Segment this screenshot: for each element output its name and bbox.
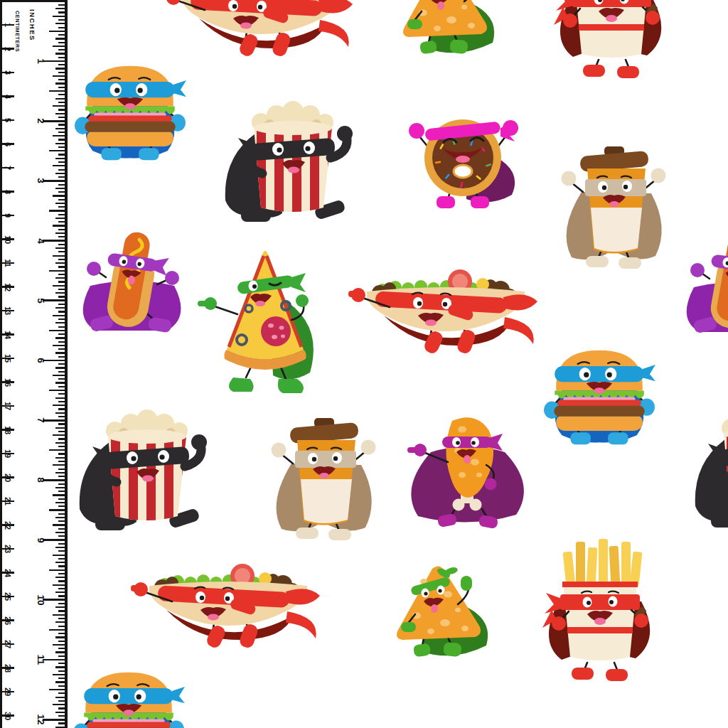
- ruler-inch-subtick: [58, 498, 65, 500]
- ruler-inch-subtick: [58, 573, 65, 574]
- fries-character-art: [543, 0, 680, 78]
- ruler-inch-subtick: [58, 655, 65, 657]
- ruler-inch-subtick: [49, 330, 65, 331]
- ruler-inch-subtick: [55, 562, 65, 563]
- ruler-cm-number: 18: [4, 425, 12, 434]
- ruler-inch-subtick: [58, 700, 65, 702]
- ruler-inch-subtick: [53, 524, 65, 525]
- hotdog-character-art: [677, 229, 728, 337]
- fabric-pattern: [0, 0, 728, 728]
- ruler-inch-number: 7: [36, 417, 46, 423]
- ruler-inch-subtick: [58, 206, 65, 208]
- ruler-inch-subtick: [55, 487, 65, 488]
- ruler-inch-subtick: [58, 565, 65, 567]
- ruler-inch-subtick: [55, 727, 65, 728]
- ruler-inch-subtick: [58, 648, 65, 649]
- ruler-inch-subtick: [58, 618, 65, 619]
- ruler-inch-subtick: [58, 722, 65, 724]
- ruler-inch-number: 5: [36, 298, 46, 304]
- ruler-inch-subtick: [55, 68, 65, 69]
- character-popcorn-2: [71, 395, 222, 537]
- ruler-inch-subtick: [58, 685, 65, 687]
- ruler-cm-number: 26: [4, 616, 12, 624]
- ruler-inch-subtick: [58, 595, 65, 596]
- ruler-cm-number: 15: [4, 354, 12, 363]
- ruler-inch-subtick: [55, 697, 65, 698]
- ruler-inch-subtick: [58, 535, 65, 537]
- ruler-inch-subtick: [53, 16, 65, 17]
- ruler-inch-subtick: [58, 124, 65, 125]
- ruler-inch-subtick: [58, 64, 65, 65]
- ruler-inch-subtick: [58, 641, 65, 642]
- ruler-inch-subtick: [58, 670, 65, 672]
- ruler-inch-subtick: [58, 588, 65, 589]
- ruler-inch-subtick: [58, 191, 65, 193]
- ruler-inch-subtick: [55, 218, 65, 219]
- burger-character-art: [73, 58, 188, 164]
- ruler-inch-subtick: [55, 517, 65, 518]
- ruler-inch-subtick: [49, 509, 65, 510]
- ruler-inch-subtick: [58, 348, 65, 350]
- ruler-inch-subtick: [49, 90, 65, 92]
- ruler-cm-number: 16: [4, 378, 12, 386]
- ruler-inch-subtick: [58, 633, 65, 634]
- ruler-right-edge: [65, 2, 68, 728]
- ruler-inch-subtick: [58, 386, 65, 387]
- ruler-inch-subtick: [58, 214, 65, 215]
- ruler-inch-subtick: [58, 461, 65, 462]
- ruler-cm-number: 6: [4, 141, 12, 146]
- ruler-inch-subtick: [55, 262, 65, 264]
- ruler-inch-number: 10: [36, 594, 46, 605]
- burger-character-art: [71, 665, 186, 728]
- ruler-inch-subtick: [55, 322, 65, 323]
- ruler-inch-subtick: [58, 469, 65, 470]
- ruler-inch-subtick: [55, 158, 65, 159]
- popcorn-character-art: [71, 395, 222, 537]
- ruler-inch-subtick: [58, 371, 65, 373]
- ruler-cm-number: 11: [4, 259, 12, 267]
- ruler-inch-subtick: [58, 139, 65, 140]
- ruler-inch-subtick: [53, 704, 65, 705]
- ruler-inch-subtick: [55, 592, 65, 593]
- ruler-inch-subtick: [49, 629, 65, 631]
- ruler-inch-subtick: [55, 113, 65, 114]
- ruler-inch-subtick: [58, 356, 65, 358]
- ruler-cm-number: 13: [4, 306, 12, 315]
- ruler-inch-subtick: [55, 352, 65, 353]
- donut-character-art: [397, 101, 529, 209]
- ruler-inch-subtick: [58, 401, 65, 402]
- ruler-inch-subtick: [58, 438, 65, 439]
- ruler-inch-subtick: [58, 244, 65, 245]
- ruler-inch-subtick: [53, 555, 65, 556]
- ruler-inch-subtick: [53, 315, 65, 316]
- ruler-inch-subtick: [58, 281, 65, 282]
- ruler-inch-subtick: [55, 98, 65, 100]
- ruler-cm-number: 4: [4, 94, 12, 98]
- ruler-inch-subtick: [53, 105, 65, 107]
- ruler-inch-subtick: [58, 161, 65, 163]
- coffee-character-art: [262, 414, 384, 543]
- ruler-inch-subtick: [58, 393, 65, 395]
- character-popcorn-right-partial: [687, 392, 728, 535]
- ruler-inch-number: 1: [36, 58, 46, 64]
- pizza-character-art: [196, 246, 336, 395]
- ruler-inch-subtick: [58, 550, 65, 552]
- ruler-cm-number: 25: [4, 592, 12, 601]
- ruler-inch-subtick: [49, 210, 65, 211]
- ruler-inch-subtick: [49, 449, 65, 451]
- ruler-inch-subtick: [58, 378, 65, 380]
- character-coffee-1: [552, 142, 674, 272]
- taco-character-art: [347, 260, 545, 358]
- ruler-inch-number: 2: [36, 118, 46, 124]
- character-taco-2: [347, 260, 545, 358]
- ruler-cm-number: 28: [4, 663, 12, 672]
- ruler-inch-subtick: [58, 184, 65, 186]
- ruler-inch-subtick: [58, 431, 65, 432]
- ruler-inch-subtick: [55, 277, 65, 279]
- ruler-inch-subtick: [58, 476, 65, 477]
- ruler-inch-subtick: [58, 423, 65, 424]
- ruler-cm-number: 12: [4, 282, 12, 291]
- ruler-inch-subtick: [55, 8, 65, 9]
- ruler-cm-number: 19: [4, 449, 12, 458]
- ruler-inch-subtick: [53, 75, 65, 77]
